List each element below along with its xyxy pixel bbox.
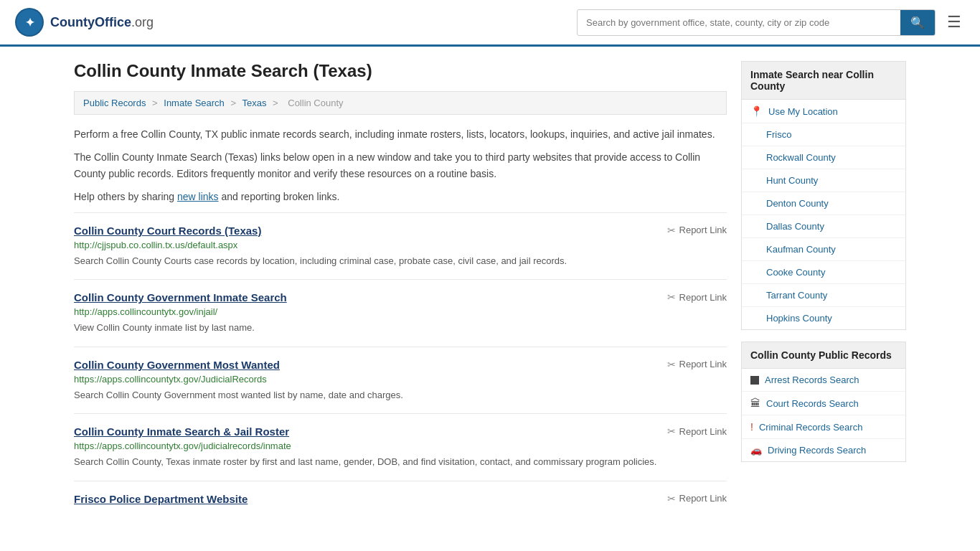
report-link[interactable]: ✂ Report Link — [667, 493, 727, 504]
public-records-link[interactable]: Criminal Records Search — [759, 422, 863, 433]
result-item: Collin County Court Records (Texas) ✂ Re… — [74, 212, 727, 280]
result-title[interactable]: Collin County Government Most Wanted — [74, 359, 280, 371]
nearby-item[interactable]: Rockwall County — [742, 146, 905, 169]
report-link-label: Report Link — [679, 359, 727, 369]
new-links-link[interactable]: new links — [177, 191, 219, 202]
result-header: Frisco Police Department Website ✂ Repor… — [74, 493, 727, 505]
public-records-item[interactable]: !Criminal Records Search — [742, 415, 905, 439]
site-header: ✦ CountyOffice.org 🔍 ☰ — [0, 0, 980, 47]
content-area: Collin County Inmate Search (Texas) Publ… — [74, 61, 727, 519]
logo-icon: ✦ — [14, 7, 44, 37]
result-url[interactable]: https://apps.collincountytx.gov/Judicial… — [74, 374, 727, 385]
nearby-link[interactable]: Rockwall County — [766, 152, 836, 163]
result-title[interactable]: Collin County Government Inmate Search — [74, 291, 287, 303]
public-records-item[interactable]: 🚗Driving Records Search — [742, 439, 905, 461]
report-link[interactable]: ✂ Report Link — [667, 359, 727, 370]
result-url[interactable]: http://cjjspub.co.collin.tx.us/default.a… — [74, 240, 727, 250]
breadcrumb: Public Records > Inmate Search > Texas >… — [74, 91, 727, 115]
nearby-item[interactable]: 📍Use My Location — [742, 100, 905, 123]
driving-icon: 🚗 — [750, 445, 762, 456]
nearby-item[interactable]: Kaufman County — [742, 238, 905, 261]
search-button[interactable]: 🔍 — [900, 10, 935, 35]
report-link[interactable]: ✂ Report Link — [667, 291, 727, 303]
report-icon: ✂ — [667, 291, 676, 303]
public-records-link[interactable]: Arrest Records Search — [765, 375, 859, 385]
criminal-icon: ! — [750, 421, 753, 433]
header-right: 🔍 ☰ — [577, 9, 966, 36]
result-title[interactable]: Frisco Police Department Website — [74, 493, 248, 505]
svg-text:✦: ✦ — [25, 17, 35, 29]
report-link-label: Report Link — [679, 426, 727, 437]
nearby-link[interactable]: Hopkins County — [766, 313, 832, 324]
report-link[interactable]: ✂ Report Link — [667, 225, 727, 236]
breadcrumb-inmate-search[interactable]: Inmate Search — [164, 98, 225, 108]
page-title: Collin County Inmate Search (Texas) — [74, 61, 727, 81]
result-url[interactable]: https://apps.collincountytx.gov/judicial… — [74, 441, 727, 451]
report-link[interactable]: ✂ Report Link — [667, 425, 727, 437]
nearby-section: Inmate Search near Collin County 📍Use My… — [741, 61, 906, 330]
results-container: Collin County Court Records (Texas) ✂ Re… — [74, 212, 727, 519]
nearby-link[interactable]: Tarrant County — [766, 290, 827, 301]
result-item: Collin County Inmate Search & Jail Roste… — [74, 413, 727, 481]
result-header: Collin County Government Inmate Search ✂… — [74, 291, 727, 303]
breadcrumb-current: Collin County — [288, 98, 343, 108]
logo-text: CountyOffice.org — [50, 15, 154, 30]
public-records-items: Arrest Records Search🏛Court Records Sear… — [742, 369, 905, 461]
nearby-link[interactable]: Hunt County — [766, 175, 818, 186]
nearby-link[interactable]: Cooke County — [766, 267, 825, 278]
nearby-item[interactable]: Cooke County — [742, 261, 905, 284]
public-records-item[interactable]: 🏛Court Records Search — [742, 392, 905, 415]
nearby-item[interactable]: Frisco — [742, 123, 905, 146]
nearby-link[interactable]: Dallas County — [766, 221, 824, 232]
breadcrumb-public-records[interactable]: Public Records — [83, 98, 146, 108]
nearby-link[interactable]: Use My Location — [768, 106, 838, 117]
nearby-item[interactable]: Hunt County — [742, 169, 905, 192]
nearby-link[interactable]: Frisco — [766, 129, 791, 140]
public-records-link[interactable]: Driving Records Search — [768, 445, 866, 456]
nearby-item[interactable]: Dallas County — [742, 215, 905, 238]
menu-icon[interactable]: ☰ — [943, 9, 966, 36]
result-header: Collin County Court Records (Texas) ✂ Re… — [74, 225, 727, 237]
nearby-link[interactable]: Kaufman County — [766, 244, 836, 255]
main-container: Collin County Inmate Search (Texas) Publ… — [60, 47, 920, 534]
result-desc: Search Collin County Government most wan… — [74, 388, 727, 402]
report-link-label: Report Link — [679, 292, 727, 303]
public-records-link[interactable]: Court Records Search — [766, 398, 859, 409]
location-icon: 📍 — [750, 105, 763, 117]
nearby-link[interactable]: Denton County — [766, 198, 829, 209]
nearby-items: 📍Use My LocationFriscoRockwall CountyHun… — [742, 100, 905, 329]
report-link-label: Report Link — [679, 225, 727, 235]
public-records-item[interactable]: Arrest Records Search — [742, 369, 905, 392]
report-link-label: Report Link — [679, 493, 727, 504]
result-header: Collin County Inmate Search & Jail Roste… — [74, 425, 727, 438]
intro-paragraph-1: Perform a free Collin County, TX public … — [74, 126, 727, 142]
public-records-section: Collin County Public Records Arrest Reco… — [741, 342, 906, 462]
intro-paragraph-2: The Collin County Inmate Search (Texas) … — [74, 149, 727, 182]
search-input[interactable] — [578, 11, 900, 34]
result-desc: View Collin County inmate list by last n… — [74, 321, 727, 335]
nearby-item[interactable]: Hopkins County — [742, 307, 905, 329]
result-desc: Search Collin County Courts case records… — [74, 254, 727, 268]
arrest-icon — [750, 376, 759, 385]
result-header: Collin County Government Most Wanted ✂ R… — [74, 359, 727, 371]
logo-area: ✦ CountyOffice.org — [14, 7, 154, 37]
nearby-item[interactable]: Tarrant County — [742, 284, 905, 307]
result-item: Frisco Police Department Website ✂ Repor… — [74, 481, 727, 519]
public-records-title: Collin County Public Records — [742, 342, 905, 369]
result-item: Collin County Government Inmate Search ✂… — [74, 279, 727, 347]
search-bar: 🔍 — [577, 9, 936, 36]
nearby-title: Inmate Search near Collin County — [742, 62, 905, 100]
sidebar: Inmate Search near Collin County 📍Use My… — [741, 61, 906, 519]
report-icon: ✂ — [667, 359, 676, 370]
nearby-item[interactable]: Denton County — [742, 192, 905, 215]
report-icon: ✂ — [667, 425, 676, 437]
result-desc: Search Collin County, Texas inmate roste… — [74, 455, 727, 469]
result-title[interactable]: Collin County Inmate Search & Jail Roste… — [74, 425, 289, 438]
report-icon: ✂ — [667, 225, 676, 236]
breadcrumb-texas[interactable]: Texas — [242, 98, 266, 108]
court-icon: 🏛 — [750, 397, 760, 409]
result-title[interactable]: Collin County Court Records (Texas) — [74, 225, 261, 237]
result-url[interactable]: http://apps.collincountytx.gov/injail/ — [74, 306, 727, 317]
result-item: Collin County Government Most Wanted ✂ R… — [74, 347, 727, 414]
report-icon: ✂ — [667, 493, 676, 504]
